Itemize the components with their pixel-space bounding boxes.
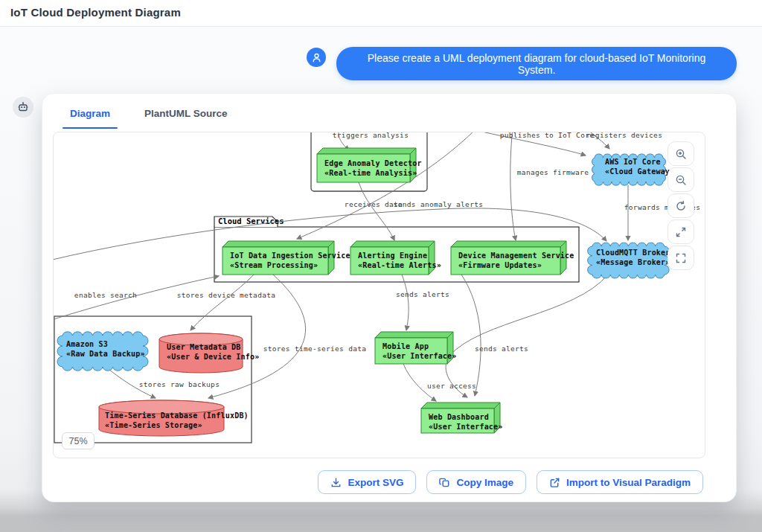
uml-deployment-diagram: Cloud Services [54, 132, 705, 458]
svg-text:Amazon S3: Amazon S3 [66, 340, 108, 348]
svg-text:«User & Device Info»: «User & Device Info» [167, 353, 259, 361]
user-avatar [307, 48, 326, 67]
svg-text:sends anomaly alerts: sends anomaly alerts [394, 200, 483, 208]
svg-text:sends alerts: sends alerts [475, 344, 528, 353]
diagram-viewport[interactable]: Cloud Services [53, 132, 705, 458]
tab-plantuml-source[interactable]: PlantUML Source [137, 103, 235, 129]
svg-text:stores time-series data: stores time-series data [263, 344, 366, 353]
package-label: Cloud Services [218, 217, 284, 225]
svg-text:AWS IoT Core: AWS IoT Core [605, 158, 661, 166]
robot-icon [17, 101, 29, 113]
zoom-in-button[interactable] [667, 141, 694, 166]
download-icon [330, 477, 342, 488]
node-web-dashboard: Web Dashboard «User Interface» [421, 403, 503, 433]
person-icon [311, 52, 322, 63]
svg-text:registers devices: registers devices [586, 132, 662, 139]
svg-text:«Real-time Alerts»: «Real-time Alerts» [358, 261, 441, 269]
svg-text:«User Interface»: «User Interface» [382, 352, 457, 360]
svg-text:publishes to IoT Core: publishes to IoT Core [500, 132, 594, 139]
svg-text:manages firmware: manages firmware [517, 168, 589, 176]
zoom-level-badge: 75% [62, 432, 95, 449]
svg-text:stores raw backups: stores raw backups [139, 380, 220, 388]
expand-button[interactable] [667, 219, 694, 244]
node-device-management-service: Device Management Service «Firmware Upda… [451, 241, 574, 275]
reset-view-button[interactable] [667, 193, 694, 218]
import-to-visual-paradigm-button[interactable]: Import to Visual Paradigm [537, 470, 703, 494]
import-to-visual-paradigm-label: Import to Visual Paradigm [566, 477, 691, 488]
node-amazon-s3: Amazon S3 «Raw Data Backup» [57, 332, 148, 371]
fit-screen-icon [675, 252, 687, 264]
tab-diagram[interactable]: Diagram [63, 103, 118, 129]
node-mobile-app: Mobile App «User Interface» [375, 332, 457, 364]
copy-image-button[interactable]: Copy Image [426, 470, 526, 494]
zoom-in-icon [675, 148, 687, 160]
expand-icon [675, 226, 687, 238]
svg-text:Web Dashboard: Web Dashboard [429, 413, 489, 421]
node-alerting-engine: Alerting Engine «Real-time Alerts» [350, 241, 441, 275]
copy-image-label: Copy Image [456, 477, 513, 488]
svg-text:triggers analysis: triggers analysis [333, 132, 409, 139]
svg-text:Time-Series Database (InfluxDB: Time-Series Database (InfluxDB) [105, 411, 249, 420]
external-link-icon [549, 477, 560, 488]
svg-text:sends alerts: sends alerts [396, 290, 449, 298]
zoom-out-icon [675, 174, 687, 186]
svg-text:CloudMQTT Broker: CloudMQTT Broker [596, 249, 670, 257]
page-title: IoT Cloud Deployment Diagram [10, 6, 181, 19]
export-svg-button[interactable]: Export SVG [318, 470, 416, 494]
svg-text:«Real-time Analysis»: «Real-time Analysis» [324, 169, 417, 177]
svg-text:Alerting Engine: Alerting Engine [358, 251, 427, 260]
svg-text:Mobile App: Mobile App [382, 342, 429, 350]
node-iot-data-ingestion-service: IoT Data Ingestion Service «Stream Proce… [222, 241, 350, 275]
svg-text:user access: user access [427, 382, 476, 390]
copy-icon [439, 477, 450, 488]
export-svg-label: Export SVG [348, 477, 403, 488]
svg-text:stores device metadata: stores device metadata [177, 291, 275, 299]
node-cloudmqtt-broker: CloudMQTT Broker «Message Broker» [588, 243, 670, 278]
diagram-card: Diagram PlantUML Source Cloud Services [42, 93, 737, 502]
chat-message-bubble: Please create a UML deployment diagram f… [336, 47, 737, 80]
svg-text:«Firmware Updates»: «Firmware Updates» [458, 261, 542, 269]
svg-text:User Metadata DB: User Metadata DB [167, 343, 241, 351]
action-bar: Export SVG Copy Image Import to Visual P… [42, 470, 703, 494]
svg-text:«Raw Data Backup»: «Raw Data Backup» [66, 350, 145, 358]
svg-text:«Cloud Gateway»: «Cloud Gateway» [605, 167, 674, 176]
zoom-out-button[interactable] [667, 167, 694, 192]
svg-text:«Stream Processing»: «Stream Processing» [230, 261, 318, 269]
node-aws-iot-core: AWS IoT Core «Cloud Gateway» [592, 154, 674, 185]
bot-avatar [13, 97, 33, 118]
node-edge-anomaly-detector: Edge Anomaly Detector «Real-time Analysi… [317, 148, 422, 182]
svg-text:«Time-Series Storage»: «Time-Series Storage» [105, 421, 202, 429]
tab-bar: Diagram PlantUML Source [63, 103, 235, 129]
svg-text:IoT Data Ingestion Service: IoT Data Ingestion Service [230, 251, 350, 260]
svg-text:«User Interface»: «User Interface» [429, 423, 503, 431]
svg-text:«Message Broker»: «Message Broker» [596, 258, 670, 266]
svg-text:Device Management Service: Device Management Service [458, 251, 574, 260]
svg-text:enables search: enables search [74, 291, 137, 299]
zoom-controls [667, 141, 694, 270]
fit-screen-button[interactable] [667, 246, 694, 270]
svg-text:Edge Anomaly Detector: Edge Anomaly Detector [324, 159, 422, 167]
reset-icon [675, 200, 687, 212]
window-header: IoT Cloud Deployment Diagram [0, 0, 762, 27]
